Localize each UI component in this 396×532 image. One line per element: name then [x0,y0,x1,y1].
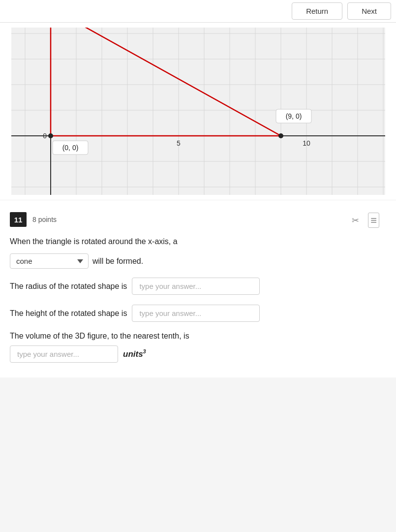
graph-container [0,23,396,200]
height-row: The height of the rotated shape is [10,305,381,322]
radius-row: The radius of the rotated shape is [10,278,381,295]
volume-label: The volume of the 3D figure, to the near… [10,332,381,341]
question-body: When the triangle is rotated around the … [10,236,381,248]
next-button[interactable]: Next [347,2,391,20]
list-button[interactable]: ≡ [366,212,381,229]
units-text: units3 [123,349,146,360]
question-number-block: 11 8 points [10,212,57,227]
question-points: 8 points [32,216,57,223]
list-icon: ≡ [368,213,379,228]
pin-icon: ✂ [352,216,359,225]
radius-label: The radius of the rotated shape is [10,282,127,291]
header: Return Next [0,0,396,23]
height-label: The height of the rotated shape is [10,309,127,318]
graph-wrapper [11,28,385,195]
shape-dropdown[interactable]: cone cylinder sphere pyramid [10,253,89,269]
return-button[interactable]: Return [292,2,342,20]
volume-row: The volume of the 3D figure, to the near… [10,332,381,363]
pin-button[interactable]: ✂ [350,213,361,228]
dropdown-row: cone cylinder sphere pyramid will be for… [10,253,381,269]
height-input[interactable] [132,305,260,322]
question-number: 11 [10,212,27,227]
question-area: 11 8 points ✂ ≡ When the triangle is rot… [0,200,396,377]
radius-input[interactable] [132,278,260,295]
question-icons: ✂ ≡ [350,212,381,229]
question-text-part1: When the triangle is rotated around the … [10,237,178,246]
volume-input[interactable] [10,345,118,363]
volume-input-row: units3 [10,345,381,363]
dropdown-suffix-text: will be formed. [92,257,143,266]
question-header: 11 8 points ✂ ≡ [10,212,381,229]
